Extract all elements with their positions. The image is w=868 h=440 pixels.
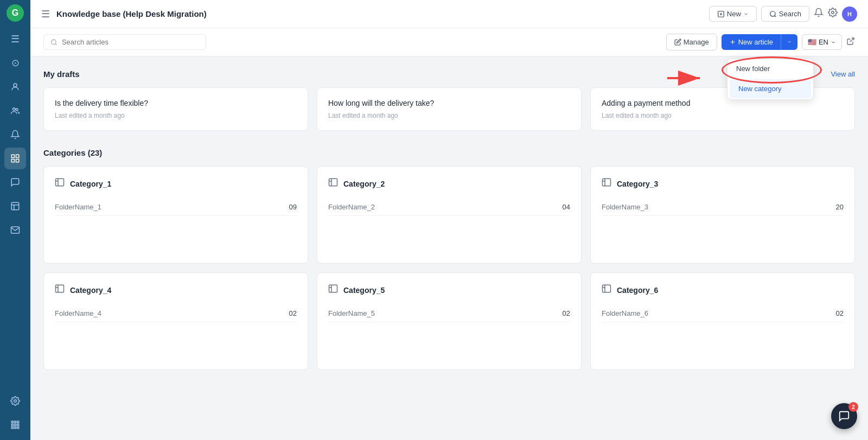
svg-line-26 [850,38,854,42]
svg-point-8 [14,400,17,403]
draft-card-title: Is the delivery time flexible? [55,99,297,107]
table-row[interactable]: Category_3 FolderName_3 20 [590,166,855,264]
external-link-icon[interactable] [846,37,855,48]
folder-row: FolderName_2 04 [328,199,570,216]
sidebar-item-conversations[interactable] [4,171,26,193]
app-logo[interactable]: G [7,4,24,22]
draft-card-title: Adding a payment method [602,99,844,107]
top-bar-actions: New Search H [709,6,857,22]
table-row[interactable]: Category_1 FolderName_1 09 [43,166,308,264]
category-name: Category_6 [617,286,658,295]
new-article-dropdown-button[interactable] [781,34,797,50]
draft-card-meta: Last edited a month ago [602,112,844,119]
folder-name: FolderName_1 [55,203,101,211]
category-icon [328,284,338,296]
language-selector[interactable]: 🇺🇸 EN [802,34,842,50]
search-articles-container [43,34,206,50]
new-article-button[interactable]: New article [722,34,781,50]
sub-header-actions: Manage New article 🇺🇸 EN [666,34,855,50]
folder-row: FolderName_6 02 [602,305,844,322]
draft-card-title: How long will the delivery take? [328,99,570,107]
dropdown-item-new-category[interactable]: New category [730,79,811,98]
folder-name: FolderName_6 [602,309,648,317]
hamburger-icon[interactable]: ☰ [41,8,50,20]
chat-button[interactable]: 2 [831,403,857,429]
folder-name: FolderName_5 [328,309,375,317]
new-button[interactable]: New [709,6,757,22]
sidebar-item-settings[interactable] [4,390,26,412]
gear-icon[interactable] [828,8,838,20]
svg-rect-3 [11,155,14,157]
svg-rect-28 [56,178,64,186]
category-icon [602,284,611,296]
new-icon [717,10,725,18]
sidebar-item-apps[interactable] [4,414,26,436]
svg-line-23 [55,43,56,44]
svg-rect-5 [16,160,19,162]
svg-point-22 [52,40,56,44]
svg-rect-16 [15,427,16,429]
svg-point-19 [770,11,775,16]
folder-row: FolderName_3 20 [602,199,844,216]
avatar[interactable]: H [842,7,857,22]
svg-rect-12 [11,424,13,426]
svg-rect-10 [15,421,16,423]
svg-rect-13 [15,424,16,426]
category-header: Category_6 [602,284,844,296]
table-row[interactable]: Category_6 FolderName_6 02 [590,272,855,370]
folder-name: FolderName_3 [602,203,648,211]
sidebar-item-hamburger[interactable]: ☰ [4,28,26,50]
category-header: Category_3 [602,177,844,190]
sidebar-item-home[interactable]: ⊙ [4,52,26,74]
sidebar-item-customers[interactable] [4,100,26,122]
list-item[interactable]: How long will the delivery take? Last ed… [317,87,582,131]
svg-rect-4 [16,155,19,157]
sidebar-item-reports[interactable] [4,195,26,217]
sidebar-item-email[interactable] [4,219,26,241]
folder-name: FolderName_4 [55,309,101,317]
table-row[interactable]: Category_4 FolderName_4 02 [43,272,308,370]
svg-rect-7 [11,202,19,210]
sub-header: Manage New article 🇺🇸 EN [30,28,868,56]
category-header: Category_5 [328,284,570,296]
folder-count: 02 [563,309,570,317]
folder-count: 20 [836,203,844,211]
top-bar: ☰ Knowledge base (Help Desk Migration) N… [30,0,868,28]
folder-count: 04 [563,203,570,211]
content-wrapper: My drafts View all Is the delivery time … [30,56,868,383]
sidebar: G ☰ ⊙ [0,0,30,440]
page-title: Knowledge base (Help Desk Migration) [56,9,703,18]
plus-icon [729,39,736,46]
main-content: My drafts View all Is the delivery time … [30,56,868,383]
folder-row: FolderName_1 09 [55,199,297,216]
bell-icon[interactable] [814,8,824,20]
list-item[interactable]: Adding a payment method Last edited a mo… [590,87,855,131]
search-button[interactable]: Search [761,6,809,22]
category-name: Category_5 [343,286,385,295]
category-name: Category_1 [70,180,111,188]
view-all-drafts[interactable]: View all [831,70,855,78]
manage-icon [674,39,681,46]
categories-title: Categories (23) [43,148,102,157]
category-icon [328,177,338,190]
table-row[interactable]: Category_5 FolderName_5 02 [317,272,582,370]
lang-chevron-icon [831,40,836,45]
sidebar-item-contacts[interactable] [4,76,26,98]
table-row[interactable]: Category_2 FolderName_2 04 [317,166,582,264]
list-item[interactable]: Is the delivery time flexible? Last edit… [43,87,308,131]
dropdown-item-new-folder[interactable]: New folder [727,59,813,78]
folder-row: FolderName_4 02 [55,305,297,322]
svg-rect-29 [329,178,337,186]
category-header: Category_4 [55,284,297,296]
manage-button[interactable]: Manage [666,34,717,50]
svg-line-20 [775,15,776,17]
search-icon [769,10,777,18]
category-header: Category_2 [328,177,570,190]
folder-count: 09 [289,203,297,211]
search-input[interactable] [62,38,199,46]
sidebar-item-notifications[interactable] [4,124,26,145]
draft-card-meta: Last edited a month ago [55,112,297,119]
svg-rect-30 [603,178,611,186]
svg-rect-6 [11,160,14,162]
sidebar-item-knowledge-base[interactable] [4,148,26,169]
